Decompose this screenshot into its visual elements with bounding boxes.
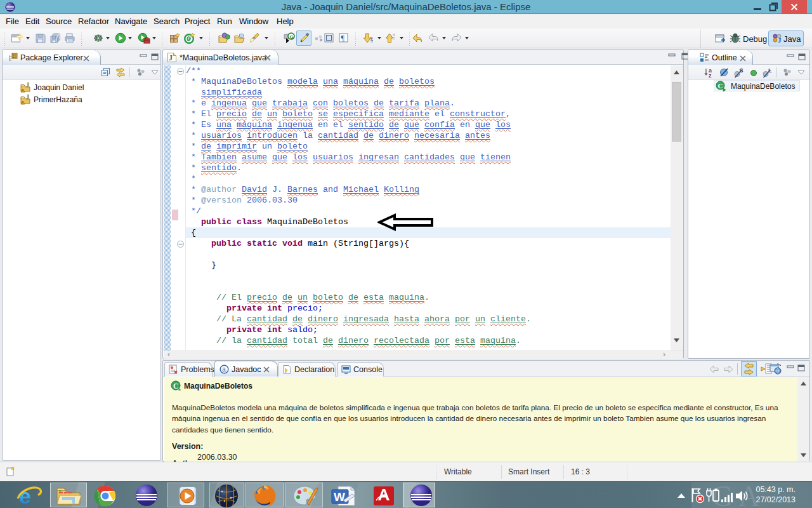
svg-text:e: e xyxy=(19,484,31,507)
svg-text:C: C xyxy=(173,382,178,390)
svg-text:W: W xyxy=(334,490,345,504)
svg-text:z: z xyxy=(709,72,712,78)
svg-text:¶: ¶ xyxy=(341,34,345,43)
svg-text:a: a xyxy=(222,366,226,373)
svg-text:C: C xyxy=(718,82,723,90)
svg-text:J: J xyxy=(169,53,173,62)
svg-text:J: J xyxy=(26,82,29,88)
svg-text:J: J xyxy=(26,94,29,100)
svg-text:G: G xyxy=(290,34,294,40)
svg-text:J: J xyxy=(778,36,782,44)
